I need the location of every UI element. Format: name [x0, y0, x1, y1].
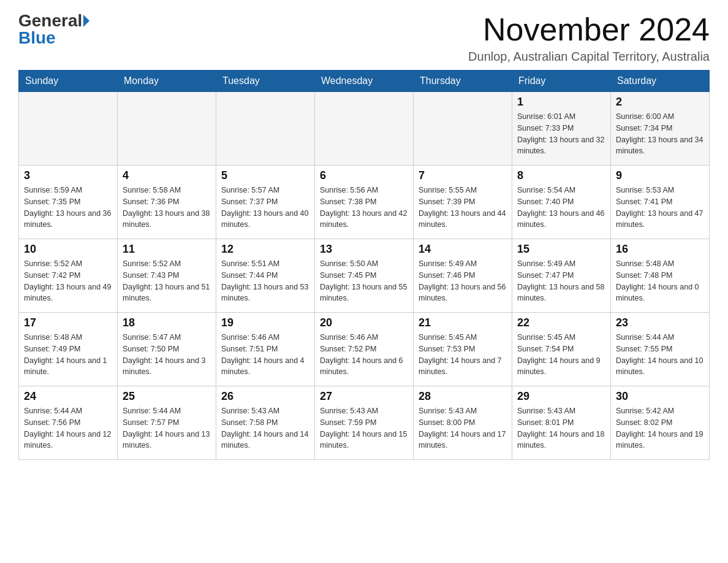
calendar-cell: 20Sunrise: 5:46 AMSunset: 7:52 PMDayligh… [315, 313, 414, 386]
month-title: November 2024 [468, 12, 710, 47]
day-number: 22 [517, 316, 605, 329]
day-info: Sunrise: 5:46 AMSunset: 7:52 PMDaylight:… [320, 332, 408, 378]
calendar-week-row: 17Sunrise: 5:48 AMSunset: 7:49 PMDayligh… [19, 313, 710, 386]
calendar-cell: 16Sunrise: 5:48 AMSunset: 7:48 PMDayligh… [611, 239, 710, 313]
day-number: 1 [517, 96, 605, 109]
day-info: Sunrise: 5:49 AMSunset: 7:47 PMDaylight:… [517, 258, 605, 304]
day-number: 25 [123, 390, 211, 403]
calendar-cell: 4Sunrise: 5:58 AMSunset: 7:36 PMDaylight… [118, 166, 216, 239]
calendar-cell: 7Sunrise: 5:55 AMSunset: 7:39 PMDaylight… [414, 166, 512, 239]
calendar-cell: 23Sunrise: 5:44 AMSunset: 7:55 PMDayligh… [611, 313, 710, 386]
calendar-cell: 6Sunrise: 5:56 AMSunset: 7:38 PMDaylight… [315, 166, 414, 239]
day-info: Sunrise: 6:00 AMSunset: 7:34 PMDaylight:… [616, 111, 704, 157]
day-number: 19 [221, 316, 309, 329]
day-info: Sunrise: 5:46 AMSunset: 7:51 PMDaylight:… [221, 332, 309, 378]
calendar-cell: 21Sunrise: 5:45 AMSunset: 7:53 PMDayligh… [414, 313, 512, 386]
col-header-thursday: Thursday [414, 71, 512, 92]
calendar-cell: 1Sunrise: 6:01 AMSunset: 7:33 PMDaylight… [512, 92, 611, 166]
day-info: Sunrise: 5:48 AMSunset: 7:48 PMDaylight:… [616, 258, 704, 304]
day-info: Sunrise: 5:43 AMSunset: 8:01 PMDaylight:… [517, 405, 605, 451]
calendar-cell [315, 92, 414, 166]
day-number: 8 [517, 169, 605, 182]
day-info: Sunrise: 5:55 AMSunset: 7:39 PMDaylight:… [419, 185, 507, 231]
day-number: 9 [616, 169, 704, 182]
day-number: 5 [221, 169, 309, 182]
day-number: 17 [24, 316, 112, 329]
calendar-cell: 14Sunrise: 5:49 AMSunset: 7:46 PMDayligh… [414, 239, 512, 313]
day-number: 11 [123, 243, 211, 256]
calendar-cell [216, 92, 315, 166]
calendar-cell: 13Sunrise: 5:50 AMSunset: 7:45 PMDayligh… [315, 239, 414, 313]
day-info: Sunrise: 5:50 AMSunset: 7:45 PMDaylight:… [320, 258, 408, 304]
day-info: Sunrise: 5:43 AMSunset: 7:58 PMDaylight:… [221, 405, 309, 451]
day-info: Sunrise: 5:42 AMSunset: 8:02 PMDaylight:… [616, 405, 704, 451]
day-number: 21 [419, 316, 507, 329]
day-number: 20 [320, 316, 408, 329]
day-number: 6 [320, 169, 408, 182]
calendar-week-row: 3Sunrise: 5:59 AMSunset: 7:35 PMDaylight… [19, 166, 710, 239]
day-info: Sunrise: 5:54 AMSunset: 7:40 PMDaylight:… [517, 185, 605, 231]
day-info: Sunrise: 5:45 AMSunset: 7:54 PMDaylight:… [517, 332, 605, 378]
day-number: 15 [517, 243, 605, 256]
calendar-cell: 27Sunrise: 5:43 AMSunset: 7:59 PMDayligh… [315, 386, 414, 460]
calendar-cell [414, 92, 512, 166]
day-number: 29 [517, 390, 605, 403]
logo-blue: Blue [18, 29, 56, 47]
col-header-friday: Friday [512, 71, 611, 92]
calendar-cell: 9Sunrise: 5:53 AMSunset: 7:41 PMDaylight… [611, 166, 710, 239]
col-header-sunday: Sunday [19, 71, 118, 92]
calendar-cell: 26Sunrise: 5:43 AMSunset: 7:58 PMDayligh… [216, 386, 315, 460]
calendar-cell: 19Sunrise: 5:46 AMSunset: 7:51 PMDayligh… [216, 313, 315, 386]
calendar-cell: 12Sunrise: 5:51 AMSunset: 7:44 PMDayligh… [216, 239, 315, 313]
header-area: General Blue November 2024 Dunlop, Austr… [18, 12, 710, 64]
title-area: November 2024 Dunlop, Australian Capital… [468, 12, 710, 64]
calendar-cell [19, 92, 118, 166]
col-header-saturday: Saturday [611, 71, 710, 92]
calendar-cell: 5Sunrise: 5:57 AMSunset: 7:37 PMDaylight… [216, 166, 315, 239]
logo: General Blue [18, 12, 89, 47]
day-number: 26 [221, 390, 309, 403]
day-number: 27 [320, 390, 408, 403]
day-info: Sunrise: 5:58 AMSunset: 7:36 PMDaylight:… [123, 185, 211, 231]
col-header-monday: Monday [118, 71, 216, 92]
calendar-cell: 24Sunrise: 5:44 AMSunset: 7:56 PMDayligh… [19, 386, 118, 460]
day-number: 13 [320, 243, 408, 256]
day-info: Sunrise: 5:43 AMSunset: 7:59 PMDaylight:… [320, 405, 408, 451]
day-info: Sunrise: 5:56 AMSunset: 7:38 PMDaylight:… [320, 185, 408, 231]
calendar-week-row: 1Sunrise: 6:01 AMSunset: 7:33 PMDaylight… [19, 92, 710, 166]
calendar-week-row: 10Sunrise: 5:52 AMSunset: 7:42 PMDayligh… [19, 239, 710, 313]
day-info: Sunrise: 5:52 AMSunset: 7:42 PMDaylight:… [24, 258, 112, 304]
day-info: Sunrise: 5:47 AMSunset: 7:50 PMDaylight:… [123, 332, 211, 378]
calendar-header-row: SundayMondayTuesdayWednesdayThursdayFrid… [19, 71, 710, 92]
calendar-cell: 8Sunrise: 5:54 AMSunset: 7:40 PMDaylight… [512, 166, 611, 239]
calendar-cell: 15Sunrise: 5:49 AMSunset: 7:47 PMDayligh… [512, 239, 611, 313]
day-number: 4 [123, 169, 211, 182]
calendar-table: SundayMondayTuesdayWednesdayThursdayFrid… [18, 70, 710, 460]
day-number: 28 [419, 390, 507, 403]
day-info: Sunrise: 5:44 AMSunset: 7:57 PMDaylight:… [123, 405, 211, 451]
day-number: 14 [419, 243, 507, 256]
calendar-cell: 10Sunrise: 5:52 AMSunset: 7:42 PMDayligh… [19, 239, 118, 313]
day-info: Sunrise: 5:59 AMSunset: 7:35 PMDaylight:… [24, 185, 112, 231]
day-info: Sunrise: 5:48 AMSunset: 7:49 PMDaylight:… [24, 332, 112, 378]
calendar-cell: 28Sunrise: 5:43 AMSunset: 8:00 PMDayligh… [414, 386, 512, 460]
day-number: 30 [616, 390, 704, 403]
day-number: 23 [616, 316, 704, 329]
day-info: Sunrise: 5:43 AMSunset: 8:00 PMDaylight:… [419, 405, 507, 451]
calendar-cell: 29Sunrise: 5:43 AMSunset: 8:01 PMDayligh… [512, 386, 611, 460]
day-number: 24 [24, 390, 112, 403]
day-info: Sunrise: 6:01 AMSunset: 7:33 PMDaylight:… [517, 111, 605, 157]
day-info: Sunrise: 5:44 AMSunset: 7:55 PMDaylight:… [616, 332, 704, 378]
day-info: Sunrise: 5:49 AMSunset: 7:46 PMDaylight:… [419, 258, 507, 304]
calendar-cell: 30Sunrise: 5:42 AMSunset: 8:02 PMDayligh… [611, 386, 710, 460]
day-info: Sunrise: 5:51 AMSunset: 7:44 PMDaylight:… [221, 258, 309, 304]
calendar-cell: 18Sunrise: 5:47 AMSunset: 7:50 PMDayligh… [118, 313, 216, 386]
day-number: 2 [616, 96, 704, 109]
col-header-tuesday: Tuesday [216, 71, 315, 92]
calendar-cell: 22Sunrise: 5:45 AMSunset: 7:54 PMDayligh… [512, 313, 611, 386]
calendar-week-row: 24Sunrise: 5:44 AMSunset: 7:56 PMDayligh… [19, 386, 710, 460]
day-info: Sunrise: 5:45 AMSunset: 7:53 PMDaylight:… [419, 332, 507, 378]
day-info: Sunrise: 5:44 AMSunset: 7:56 PMDaylight:… [24, 405, 112, 451]
calendar-cell: 17Sunrise: 5:48 AMSunset: 7:49 PMDayligh… [19, 313, 118, 386]
day-number: 16 [616, 243, 704, 256]
